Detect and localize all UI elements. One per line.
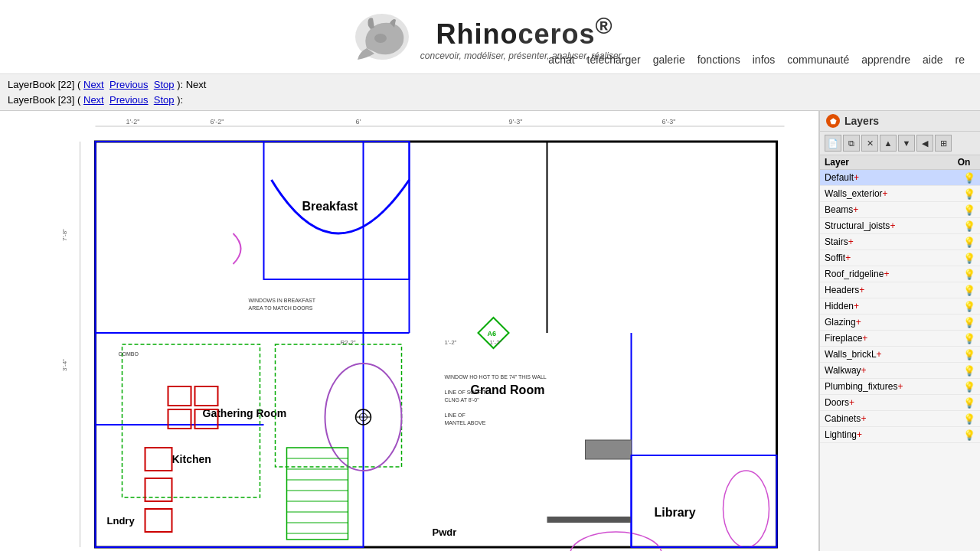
layer-bulb-9[interactable]: 💡 [963,316,975,328]
svg-text:Library: Library [655,506,696,519]
layer-item-beams-[interactable]: Beams+💡 [820,202,980,218]
svg-text:3'-4": 3'-4" [61,359,68,371]
svg-text:COMBO: COMBO [119,351,139,357]
move-left-button[interactable]: ◀ [916,135,933,152]
next-link-23[interactable]: Next [83,94,104,106]
nav-infos[interactable]: infos [753,54,776,66]
layerbook-line1: LayerBook [22] ( Next Previous Stop ): N… [8,77,972,93]
nav-communaute[interactable]: communauté [787,54,849,66]
layer-item-stairs-[interactable]: Stairs+💡 [820,234,980,250]
nav-galerie[interactable]: galerie [653,54,685,66]
nav-aide[interactable]: aide [923,54,942,66]
layer-bulb-1[interactable]: 💡 [963,187,975,200]
nav-achat[interactable]: achat [548,54,574,66]
layer-bulb-4[interactable]: 💡 [963,236,975,248]
layer-name-15: Cabinets+ [825,413,963,424]
layer-name-1: Walls_exterior+ [825,188,963,199]
copy-layer-button[interactable]: ⧉ [843,135,860,152]
stop-link-22[interactable]: Stop [154,79,175,90]
svg-text:AREA TO MATCH DOORS: AREA TO MATCH DOORS [249,305,313,311]
svg-rect-63 [586,440,632,459]
layers-panel-header: ⬟ Layers [820,111,980,132]
layer-item-walkway-[interactable]: Walkway+💡 [820,363,980,379]
layer-bulb-12[interactable]: 💡 [963,364,975,377]
layer-item-fireplace-[interactable]: Fireplace+💡 [820,331,980,347]
layer-bulb-2[interactable]: 💡 [963,204,975,216]
layer-name-2: Beams+ [825,204,963,215]
stop-link-23[interactable]: Stop [154,94,175,106]
nav-fonctions[interactable]: fonctions [697,54,740,66]
layer-bulb-15[interactable]: 💡 [963,412,975,425]
layers-list: Default+💡Walls_exterior+💡Beams+💡Structur… [820,170,980,551]
layer-name-4: Stairs+ [825,236,963,247]
layer-bulb-8[interactable]: 💡 [963,300,975,312]
layer-bulb-14[interactable]: 💡 [963,396,975,409]
layer-item-cabinets-[interactable]: Cabinets+💡 [820,411,980,427]
svg-text:6'-3": 6'-3" [662,118,676,126]
layer-item-hidden-[interactable]: Hidden+💡 [820,298,980,315]
nav-apprendre[interactable]: apprendre [861,54,910,66]
layer-name-3: Structural_joists+ [825,220,963,231]
layer-bulb-7[interactable]: 💡 [963,284,975,296]
layer-bulb-10[interactable]: 💡 [963,332,975,344]
svg-text:1'-2": 1'-2" [445,339,457,346]
floorplan-svg: 1'-2" 6'-2" 6' 9'-3" 6'-3" Breakfast Gra… [0,111,818,551]
layer-item-walls-exterior-[interactable]: Walls_exterior+💡 [820,186,980,202]
layer-item-default-[interactable]: Default+💡 [820,170,980,186]
svg-text:WINDOW HO HGT TO BE 74" THIS W: WINDOW HO HGT TO BE 74" THIS WALL [445,374,547,380]
svg-point-1 [374,34,387,43]
layer-name-14: Doors+ [825,397,963,408]
toolbar-area: LayerBook [22] ( Next Previous Stop ): N… [0,74,980,111]
svg-text:6': 6' [356,118,361,126]
nav-re[interactable]: re [956,54,965,66]
layer-name-10: Fireplace+ [825,333,963,344]
layer-item-structural-joists-[interactable]: Structural_joists+💡 [820,218,980,234]
layer-item-lighting-[interactable]: Lighting+💡 [820,427,980,443]
layer-item-glazing-[interactable]: Glazing+💡 [820,315,980,331]
layer-bulb-13[interactable]: 💡 [963,380,975,393]
on-col-header: On [952,157,975,168]
svg-text:CLNG AT 8'-0": CLNG AT 8'-0" [445,397,480,403]
svg-text:6'-2": 6'-2" [211,118,224,126]
nav-telecharger[interactable]: télécharger [587,54,641,66]
header: Rhinoceros® concevoir, modéliser, présen… [0,0,980,74]
layer-name-13: Plumbing_fixtures+ [825,381,963,392]
layer-item-soffit-[interactable]: Soffit+💡 [820,250,980,266]
layer-item-headers-[interactable]: Headers+💡 [820,282,980,298]
layer-name-0: Default+ [825,172,963,183]
svg-text:1'-2": 1'-2" [126,118,140,126]
svg-text:Pwdr: Pwdr [433,527,457,538]
new-layer-button[interactable]: 📄 [825,135,841,152]
floorplan-area[interactable]: 1'-2" 6'-2" 6' 9'-3" 6'-3" Breakfast Gra… [0,111,819,551]
previous-link-22[interactable]: Previous [109,79,149,90]
layer-bulb-6[interactable]: 💡 [963,268,975,280]
svg-text:LINE OF SOFFIT: LINE OF SOFFIT [445,390,487,395]
logo-title: Rhinoceros® [436,13,612,51]
logo-trademark: ® [595,13,612,38]
layer-name-11: Walls_brickL+ [825,349,963,360]
next-link-22[interactable]: Next [83,79,104,90]
svg-text:MANTEL ABOVE: MANTEL ABOVE [445,420,486,425]
layer-item-plumbing-fixtures-[interactable]: Plumbing_fixtures+💡 [820,379,980,395]
layer-name-9: Glazing+ [825,317,963,328]
layer-item-walls-brickl-[interactable]: Walls_brickL+💡 [820,347,980,363]
svg-text:7'-8": 7'-8" [61,229,68,241]
layers-icon: ⬟ [826,114,840,128]
layer-bulb-3[interactable]: 💡 [963,220,975,232]
svg-text:9'-3": 9'-3" [509,118,523,126]
layer-bulb-5[interactable]: 💡 [963,252,975,264]
layer-bulb-11[interactable]: 💡 [963,348,975,360]
layer-bulb-0[interactable]: 💡 [963,171,975,184]
move-up-button[interactable]: ▲ [880,135,897,152]
layer-item-roof-ridgeline-[interactable]: Roof_ridgeline+💡 [820,266,980,282]
filter-button[interactable]: ⊞ [935,135,952,152]
layer-bulb-16[interactable]: 💡 [963,429,975,441]
delete-layer-button[interactable]: ✕ [861,135,878,152]
layer-name-6: Roof_ridgeline+ [825,269,963,279]
move-down-button[interactable]: ▼ [898,135,915,152]
layer-name-8: Hidden+ [825,301,963,311]
layers-panel-title: Layers [844,115,879,127]
previous-link-23[interactable]: Previous [109,94,149,106]
layer-name-7: Headers+ [825,285,963,295]
layer-item-doors-[interactable]: Doors+💡 [820,395,980,411]
